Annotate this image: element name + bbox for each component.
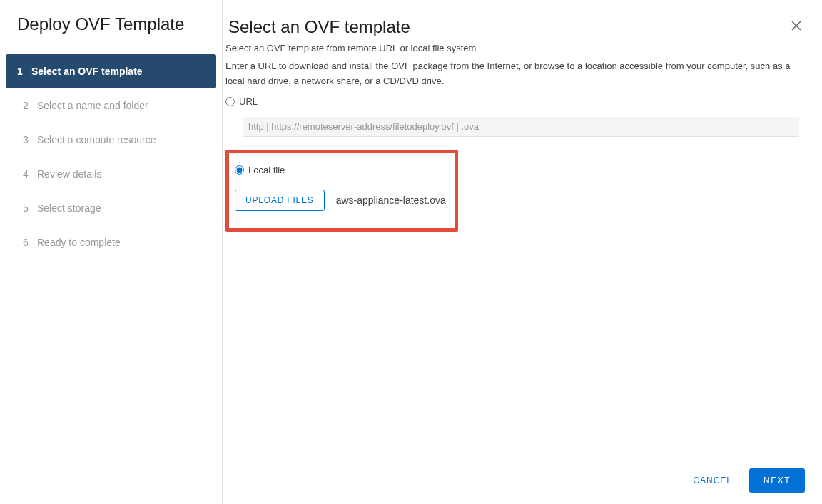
local-file-radio-row: Local file [235,165,446,175]
next-button[interactable]: NEXT [749,468,805,493]
step-number: 1 [17,66,31,77]
upload-files-button[interactable]: UPLOAD FILES [235,190,325,211]
step-select-name-folder[interactable]: 2 Select a name and folder [0,88,222,123]
step-select-storage[interactable]: 5 Select storage [0,191,222,225]
close-icon[interactable] [788,17,805,37]
main-panel: Select an OVF template Select an OVF tem… [223,0,822,504]
wizard-sidebar: Deploy OVF Template 1 Select an OVF temp… [0,0,223,504]
step-label: Ready to complete [37,237,205,248]
step-number: 4 [23,168,37,180]
main-content: Select an OVF template from remote URL o… [223,43,822,456]
url-radio-row: URL [225,96,802,107]
step-review-details[interactable]: 4 Review details [0,157,222,191]
page-description: Enter a URL to download and install the … [225,59,802,89]
step-label: Review details [37,168,205,180]
step-number: 2 [23,100,37,111]
step-label: Select a compute resource [37,134,205,145]
step-label: Select an OVF template [31,66,199,77]
url-radio-label: URL [239,96,258,107]
cancel-button[interactable]: CANCEL [690,468,735,493]
local-file-radio-label: Local file [248,165,285,175]
source-radio-group: URL Local file UPLOAD FILES aws-applianc… [225,96,802,232]
page-subtitle: Select an OVF template from remote URL o… [225,43,802,53]
wizard-title: Deploy OVF Template [0,14,222,54]
local-file-radio[interactable] [235,165,244,175]
wizard-footer: CANCEL NEXT [223,456,822,504]
step-label: Select a name and folder [37,100,205,111]
step-number: 6 [23,237,37,248]
url-input[interactable] [243,117,799,137]
url-radio[interactable] [225,97,235,106]
step-number: 3 [23,134,37,145]
wizard-steps: 1 Select an OVF template 2 Select a name… [0,54,222,259]
main-header: Select an OVF template [223,0,822,43]
wizard-container: Deploy OVF Template 1 Select an OVF temp… [0,0,822,504]
page-title: Select an OVF template [228,17,410,37]
step-select-compute-resource[interactable]: 3 Select a compute resource [0,123,222,157]
step-select-ovf-template[interactable]: 1 Select an OVF template [6,54,216,88]
local-file-section: Local file UPLOAD FILES aws-appliance-la… [225,150,458,232]
step-ready-to-complete[interactable]: 6 Ready to complete [0,225,222,259]
step-number: 5 [23,202,37,214]
upload-row: UPLOAD FILES aws-appliance-latest.ova [235,190,446,211]
selected-filename: aws-appliance-latest.ova [336,195,446,206]
step-label: Select storage [37,202,205,214]
